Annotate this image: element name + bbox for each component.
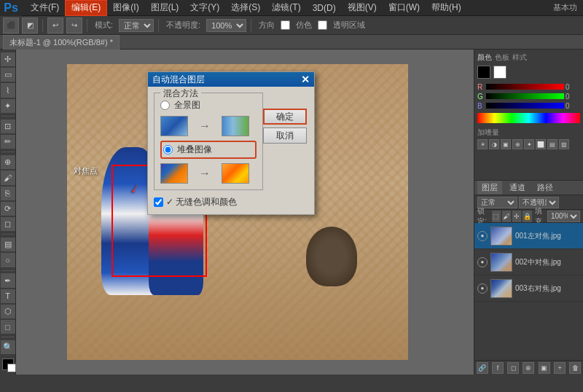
dialog-close-button[interactable]: ✕ (301, 74, 310, 85)
adj-icon-6[interactable]: ⬜ (536, 139, 546, 149)
fill-input[interactable]: 100% (547, 211, 580, 222)
tool-move[interactable]: ✢ (1, 52, 15, 66)
tool-eraser[interactable]: ◻ (1, 217, 15, 231)
layer-visibility-2[interactable]: ● (477, 257, 488, 267)
channels-tab[interactable]: 通道 (505, 181, 530, 195)
color-spectrum[interactable] (477, 113, 580, 123)
adj-icon-7[interactable]: ▤ (547, 139, 557, 149)
lock-position-btn[interactable]: ✢ (512, 211, 521, 222)
tool-gradient[interactable]: ▤ (1, 238, 15, 251)
menu-text[interactable]: 文字(Y) (184, 0, 225, 16)
tool-marquee[interactable]: ▭ (1, 68, 15, 82)
document-tab[interactable]: 未标题-1 @ 100%(RGB/8#) * (3, 35, 120, 50)
layer-link-btn[interactable]: 🔗 (477, 362, 488, 374)
style-label: 加嗜量 (477, 128, 580, 138)
adj-icon-3[interactable]: ▣ (501, 139, 511, 149)
dialog-content: 确定 取消 混合方法 全景图 → (148, 87, 314, 214)
menu-filter[interactable]: 滤镜(T) (266, 0, 306, 16)
dialog-cancel-button[interactable]: 取消 (263, 128, 307, 144)
main-area: ✢ ▭ ⌇ ✦ ⊡ ✏ ⊕ 🖌 ⎘ ⟳ ◻ ▤ ○ ✒ T ⬡ □ 🔍 (0, 50, 583, 375)
menu-image[interactable]: 图像(I) (107, 0, 144, 16)
right-panel: 颜色 色板 样式 R 0 G 0 B 0 (474, 50, 583, 375)
layer-name-3: 003右对焦.jpg (515, 283, 580, 294)
tool-pen[interactable]: ✒ (1, 273, 15, 287)
lock-image-btn[interactable]: 🖌 (502, 211, 511, 222)
menu-edit[interactable]: 编辑(E) (65, 0, 107, 16)
canvas-area: 对焦点 → 自动混合图层 ✕ 确定 取消 混合方法 (16, 50, 474, 375)
adj-icon-5[interactable]: ✦ (524, 139, 534, 149)
dialog-buttons: 确定 取消 (263, 109, 307, 144)
layer-thumbnail-1 (490, 227, 512, 246)
toolbar-btn-3[interactable]: ↩ (47, 17, 63, 34)
seamless-label: ✓ 无缝色调和颜色 (166, 196, 237, 208)
paths-tab[interactable]: 路径 (533, 181, 557, 195)
tool-crop[interactable]: ⊡ (1, 119, 15, 133)
panorama-radio[interactable] (160, 101, 170, 110)
snail-object (306, 227, 357, 286)
adj-icon-2[interactable]: ◑ (489, 139, 499, 149)
seamless-checkbox[interactable] (154, 197, 163, 207)
adj-icon-8[interactable]: ▨ (559, 139, 569, 149)
focus-label: 对焦点 (74, 165, 98, 176)
dialog-ok-button[interactable]: 确定 (263, 109, 307, 125)
tool-eyedropper[interactable]: ✏ (1, 135, 15, 149)
background-swatch[interactable] (493, 66, 506, 79)
color-tab[interactable]: 颜色 (477, 52, 492, 63)
tool-clone[interactable]: ⎘ (1, 187, 15, 200)
app-logo: Ps (4, 1, 18, 15)
toolbar-btn-4[interactable]: ↪ (66, 17, 82, 34)
menu-window[interactable]: 窗口(W) (383, 0, 426, 16)
background-color[interactable] (7, 364, 16, 372)
tool-dodge[interactable]: ○ (1, 253, 15, 267)
tool-brush[interactable]: 🖌 (1, 170, 15, 184)
adj-icon-1[interactable]: ☀ (477, 139, 488, 149)
menu-layer[interactable]: 图层(L) (145, 0, 185, 16)
layer-mask-btn[interactable]: ◻ (507, 362, 519, 374)
tool-shape[interactable]: □ (1, 320, 15, 334)
layer-item[interactable]: ● 002中对焦.jpg (474, 249, 583, 275)
layer-adjustment-btn[interactable]: ⊕ (523, 362, 534, 374)
mode-select[interactable]: 正常 (119, 19, 154, 32)
layers-panel: 图层 通道 路径 正常 不透明度 锁定: ⬚ 🖌 ✢ 🔒 填充 (474, 181, 583, 375)
menu-view[interactable]: 视图(V) (342, 0, 383, 16)
tool-lasso[interactable]: ⌇ (1, 83, 15, 97)
toolbar-btn-2[interactable]: ◩ (22, 17, 38, 34)
foreground-swatch[interactable] (477, 66, 490, 79)
simulate-check[interactable] (281, 20, 290, 30)
menu-help[interactable]: 帮助(H) (426, 0, 467, 16)
layers-tab[interactable]: 图层 (477, 181, 502, 195)
layer-item[interactable]: ● 003右对焦.jpg (474, 275, 583, 302)
tool-path[interactable]: ⬡ (1, 305, 15, 318)
b-slider[interactable] (486, 103, 564, 109)
layer-name-2: 002中对焦.jpg (515, 257, 580, 267)
tool-healing[interactable]: ⊕ (1, 155, 15, 169)
lock-all-btn[interactable]: 🔒 (523, 211, 531, 222)
g-slider[interactable] (486, 93, 564, 99)
opacity-select[interactable]: 100% (206, 19, 246, 32)
lock-transparent-btn[interactable]: ⬚ (492, 211, 501, 222)
menu-3d[interactable]: 3D(D) (307, 0, 342, 16)
r-slider[interactable] (486, 84, 564, 90)
stack-radio[interactable] (163, 145, 173, 154)
menu-file[interactable]: 文件(F) (25, 0, 65, 16)
menu-select[interactable]: 选择(S) (225, 0, 266, 16)
tool-history[interactable]: ⟳ (1, 202, 15, 216)
swatch-tab[interactable]: 色板 (495, 52, 509, 63)
tool-wand[interactable]: ✦ (1, 99, 15, 113)
transparency-label: 透明区域 (330, 20, 368, 31)
transparency-check[interactable] (318, 20, 327, 30)
adj-icon-4[interactable]: ⊕ (512, 139, 523, 149)
tool-zoom[interactable]: 🔍 (1, 340, 15, 354)
tool-text[interactable]: T (1, 289, 15, 303)
style-tab[interactable]: 样式 (512, 52, 527, 63)
layer-visibility-3[interactable]: ● (477, 283, 488, 294)
foreground-color[interactable] (2, 358, 14, 369)
stack-thumbnails: → (160, 163, 257, 184)
toolbar-btn-1[interactable]: ⬛ (3, 17, 19, 34)
layer-new-btn[interactable]: + (554, 362, 566, 374)
layer-style-btn[interactable]: f (492, 362, 504, 374)
layer-item[interactable]: ● 001左对焦.jpg (474, 223, 583, 249)
layer-visibility-1[interactable]: ● (477, 231, 488, 241)
layer-delete-btn[interactable]: 🗑 (569, 362, 581, 374)
layer-group-btn[interactable]: ▣ (539, 362, 550, 374)
